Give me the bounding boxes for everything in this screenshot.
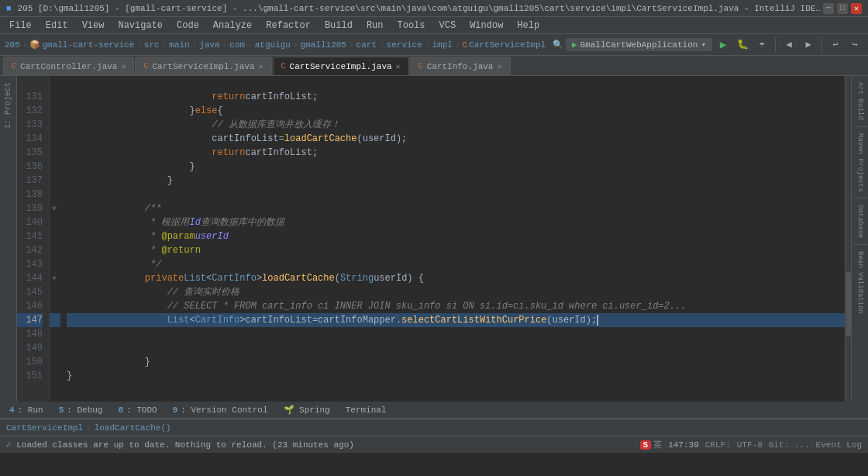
code-line-142: * @return [67, 243, 845, 257]
menu-vcs[interactable]: VCS [433, 19, 463, 33]
database-panel[interactable]: Database [855, 202, 866, 241]
run-config[interactable]: ▶ GmallCartWebApplication ▾ [566, 38, 712, 51]
nav-com[interactable]: com [229, 40, 245, 50]
tab-cartserviceimpl-1[interactable]: C CartServiceImpl.java ✕ [135, 57, 271, 75]
code-line-blank-1 [67, 383, 845, 397]
menu-edit[interactable]: Edit [40, 19, 74, 33]
nav-cartserviceimpl[interactable]: C CartServiceImpl [462, 40, 546, 50]
lang-indicator[interactable]: 英 [653, 439, 662, 450]
menu-view[interactable]: View [76, 19, 111, 33]
right-sidebar[interactable]: Art Build Maven Projects Database Bean V… [851, 76, 868, 402]
window-controls[interactable]: ─ □ ✕ [823, 3, 862, 14]
bc-loadcartcache[interactable]: loadCartCache() [95, 423, 171, 433]
code-line-150: } [67, 355, 845, 369]
tab-bar: C CartController.java ✕ C CartServiceImp… [0, 56, 868, 76]
tab-cartinfo-close[interactable]: ✕ [497, 62, 501, 71]
tab-cartcontroller-close[interactable]: ✕ [121, 62, 126, 71]
code-line-146: // SELECT * FROM cart_info ci INNER JOIN… [67, 299, 845, 313]
nav-impl[interactable]: impl [432, 40, 452, 50]
forward-button[interactable]: ▶ [800, 36, 817, 53]
status-encoding[interactable]: UTF-8 [737, 440, 763, 450]
code-content[interactable]: return cartInfoList; }else { // 从数据库查询并放… [60, 76, 845, 402]
code-line-147: List<CartInfo> cartInfoList = cartInfoMa… [67, 313, 845, 327]
toolbar-separator [775, 38, 776, 52]
tab-cartcontroller-label: CartController.java [20, 62, 117, 71]
menu-tools[interactable]: Tools [391, 19, 432, 33]
redo-button[interactable]: ↪ [846, 36, 863, 53]
window-title: 205 [D:\gmall1205] - [gmall-cart-service… [18, 4, 823, 13]
tab-cartserviceimpl-1-close[interactable]: ✕ [259, 62, 264, 71]
close-button[interactable]: ✕ [851, 3, 862, 14]
nav-src[interactable]: src [144, 40, 160, 50]
debug-button[interactable]: 🐛 [734, 36, 751, 53]
status-bar: ✓ Loaded classes are up to date. Nothing… [0, 436, 868, 453]
menu-bar: File Edit View Navigate Code Analyze Ref… [0, 17, 868, 34]
status-right: S 英 147:39 CRLF: UTF-8 Git: ... Event Lo… [640, 439, 862, 450]
scroll-bar[interactable] [845, 76, 851, 402]
bc-cartserviceimpl[interactable]: CartServiceImpl [6, 423, 83, 433]
code-line-140: * 根据用Id 查询数据库中的数据 [67, 216, 845, 229]
coverage-button[interactable]: ☂ [753, 36, 770, 53]
menu-build[interactable]: Build [319, 19, 359, 33]
undo-button[interactable]: ↩ [827, 36, 844, 53]
tool-terminal-label: Terminal [346, 405, 387, 415]
event-log-button[interactable]: Event Log [816, 440, 862, 450]
tool-spring-label: 🌱 Spring [284, 405, 330, 415]
bean-validation-panel[interactable]: Bean Validation [855, 248, 866, 317]
tool-tab-debug[interactable]: 5 : Debug [53, 404, 109, 416]
status-crlf[interactable]: CRLF: [705, 440, 731, 450]
back-button[interactable]: ◀ [780, 36, 797, 53]
menu-file[interactable]: File [3, 19, 38, 33]
tool-tab-vcs[interactable]: 9 : Version Control [167, 404, 274, 416]
art-build-panel[interactable]: Art Build [855, 79, 866, 123]
tab-cartinfo[interactable]: C CartInfo.java ✕ [410, 57, 511, 75]
nav-main[interactable]: main [169, 40, 189, 50]
fold-method[interactable]: ▼ [52, 274, 57, 283]
code-line-blank-2 [67, 397, 845, 402]
nav-205[interactable]: 205 [5, 40, 20, 50]
tool-debug-label: : Debug [67, 405, 102, 415]
menu-refactor[interactable]: Refactor [260, 19, 317, 33]
menu-code[interactable]: Code [170, 19, 205, 33]
menu-window[interactable]: Window [463, 19, 509, 33]
menu-run[interactable]: Run [360, 19, 390, 33]
menu-analyze[interactable]: Analyze [207, 19, 258, 33]
tool-tab-terminal[interactable]: Terminal [339, 404, 393, 416]
run-config-label: GmallCartWebApplication [580, 40, 698, 50]
title-bar: ■ 205 [D:\gmall1205] - [gmall-cart-servi… [0, 0, 868, 17]
tool-tab-run[interactable]: 4 : Run [3, 404, 50, 416]
status-message: ✓ Loaded classes are up to date. Nothing… [6, 440, 634, 450]
s-icon[interactable]: S [640, 440, 652, 450]
left-sidebar[interactable]: 1: Project [0, 76, 17, 402]
toolbar-search-icon[interactable]: 🔍 [553, 40, 563, 50]
code-area[interactable]: 131 132 133 134 135 136 137 138 139 140 … [17, 76, 851, 402]
code-line-149 [67, 341, 845, 355]
nav-gmall1205[interactable]: gmall1205 [301, 40, 346, 50]
maximize-button[interactable]: □ [837, 3, 848, 14]
fold-javadoc[interactable]: ▼ [52, 205, 57, 213]
scroll-thumb[interactable] [846, 271, 851, 336]
nav-java[interactable]: java [199, 40, 219, 50]
minimize-button[interactable]: ─ [823, 3, 834, 14]
nav-gmall-cart-service[interactable]: 📦 gmall-cart-service [29, 40, 134, 50]
tab-cartserviceimpl-2-close[interactable]: ✕ [396, 62, 401, 71]
nav-cart[interactable]: cart [356, 40, 377, 50]
menu-navigate[interactable]: Navigate [112, 19, 169, 33]
tool-tabs: 4 : Run 5 : Debug 8 : TODO 9 : Version C… [0, 402, 868, 419]
maven-projects-panel[interactable]: Maven Projects [855, 130, 866, 195]
nav-atguigu[interactable]: atguigu [255, 40, 291, 50]
tool-tab-spring[interactable]: 🌱 Spring [277, 403, 336, 416]
toolbar-separator-2 [822, 38, 822, 52]
tab-cartcontroller[interactable]: C CartController.java ✕ [3, 57, 134, 75]
tool-tab-todo[interactable]: 8 : TODO [112, 404, 163, 416]
tab-cartserviceimpl-2[interactable]: C CartServiceImpl.java ✕ [273, 57, 409, 75]
code-line-141: * @param userId [67, 229, 845, 243]
menu-help[interactable]: Help [511, 19, 546, 33]
nav-service[interactable]: service [387, 40, 422, 50]
bottom-bar: CartServiceImpl › loadCartCache() [0, 419, 868, 436]
project-panel-label[interactable]: 1: Project [2, 79, 14, 132]
code-line-144: private List<CartInfo> loadCartCache(Str… [67, 271, 845, 285]
code-line-148 [67, 327, 845, 341]
code-line-145: // 查询实时价格 [67, 285, 845, 299]
run-button[interactable]: ▶ [715, 36, 732, 53]
